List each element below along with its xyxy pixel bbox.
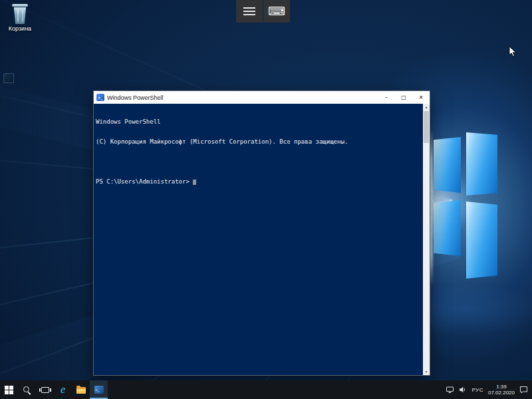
powershell-taskbar-icon: >_	[94, 386, 104, 394]
console-line: Windows PowerShell	[96, 118, 421, 125]
clock-date: 07.02.2020	[488, 390, 515, 396]
hamburger-icon	[243, 7, 255, 15]
console-blank-line	[96, 158, 421, 165]
menu-button[interactable]	[236, 0, 263, 23]
windows-logo-icon	[5, 386, 13, 394]
display-icon[interactable]	[446, 386, 454, 394]
console-line: (C) Корпорация Майкрософт (Microsoft Cor…	[96, 138, 421, 145]
clock[interactable]: 1:39 07.02.2020	[488, 384, 515, 396]
windows-logo-pane	[466, 201, 497, 279]
window-titlebar[interactable]: >_ Windows PowerShell – □ ✕	[94, 91, 430, 104]
clock-time: 1:39	[488, 384, 515, 390]
desktop-icon-recycle-bin[interactable]: Корзина	[1, 4, 39, 32]
task-view-icon	[41, 387, 49, 393]
console-cursor	[193, 180, 196, 185]
console-scrollbar[interactable]: ▲ ▼	[423, 104, 430, 375]
search-icon	[23, 386, 31, 394]
scrollbar-down-arrow[interactable]: ▼	[423, 368, 430, 375]
recycle-bin-lid	[12, 4, 28, 7]
start-button[interactable]	[0, 380, 18, 399]
windows-logo-pane	[434, 200, 461, 256]
taskbar-item-file-explorer[interactable]	[72, 380, 90, 399]
language-indicator[interactable]: РУС	[471, 387, 483, 393]
taskbar-item-powershell[interactable]: >_	[90, 380, 108, 399]
action-center-icon[interactable]	[519, 386, 528, 394]
console-prompt: PS C:\Users\Administrator>	[96, 178, 190, 185]
taskbar: e >_ РУС 1:39 07.02.2020	[0, 380, 532, 399]
console-prompt-line: PS C:\Users\Administrator>	[96, 178, 421, 185]
keyboard-button[interactable]: ⌨	[263, 0, 290, 23]
scrollbar-up-arrow[interactable]: ▲	[423, 104, 430, 110]
search-button[interactable]	[18, 380, 36, 399]
minimize-button[interactable]: –	[378, 91, 395, 104]
windows-logo-pane	[434, 137, 461, 193]
powershell-window: >_ Windows PowerShell – □ ✕ Windows Powe…	[93, 90, 430, 376]
vm-console-toolbar: ⌨	[236, 0, 290, 23]
window-controls: – □ ✕	[378, 91, 430, 104]
window-title: Windows PowerShell	[107, 94, 164, 101]
close-button[interactable]: ✕	[412, 91, 430, 104]
windows-logo-pane	[466, 132, 497, 196]
internet-explorer-icon: e	[61, 384, 65, 395]
taskbar-item-internet-explorer[interactable]: e	[54, 380, 72, 399]
desktop-shortcut-icon[interactable]	[3, 73, 14, 83]
system-tray: РУС 1:39 07.02.2020	[442, 380, 532, 399]
maximize-button[interactable]: □	[395, 91, 412, 104]
file-explorer-icon	[76, 387, 86, 394]
recycle-bin-icon	[12, 4, 28, 24]
scrollbar-thumb[interactable]	[424, 111, 429, 143]
console-output[interactable]: Windows PowerShell (C) Корпорация Майкро…	[94, 104, 423, 375]
task-view-button[interactable]	[36, 380, 54, 399]
keyboard-icon: ⌨	[268, 5, 285, 17]
powershell-icon: >_	[96, 94, 104, 101]
recycle-bin-body	[13, 7, 27, 24]
volume-icon[interactable]	[459, 386, 467, 394]
recycle-bin-label: Корзина	[9, 25, 31, 32]
